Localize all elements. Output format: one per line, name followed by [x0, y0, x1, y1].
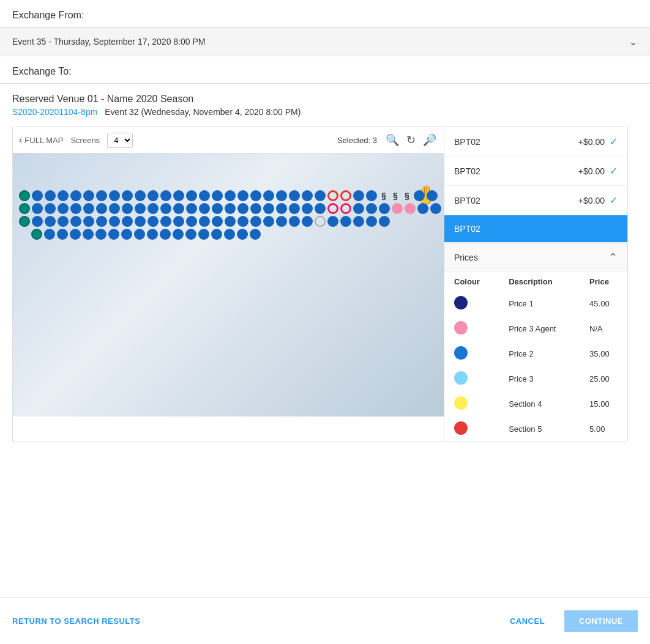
- seat[interactable]: [315, 203, 326, 214]
- seat[interactable]: [315, 190, 326, 201]
- zoom-out-icon[interactable]: 🔎: [422, 132, 438, 148]
- full-map-button[interactable]: FULL MAP: [19, 135, 63, 146]
- event-link[interactable]: S2020-20201104-8pm: [12, 107, 97, 117]
- seat[interactable]: [109, 203, 120, 214]
- seat[interactable]: [212, 190, 223, 201]
- seat[interactable]: [70, 190, 81, 201]
- ticket-row-4[interactable]: BPT02: [444, 215, 627, 243]
- seat-selected[interactable]: [327, 190, 338, 201]
- seat[interactable]: [198, 229, 209, 240]
- seat[interactable]: [185, 229, 196, 240]
- ticket-row-3[interactable]: BPT02 +$0.00 ✓: [444, 186, 627, 215]
- seat[interactable]: [83, 203, 94, 214]
- seat[interactable]: [173, 203, 184, 214]
- seat[interactable]: [83, 229, 94, 240]
- seat[interactable]: [289, 190, 300, 201]
- seat[interactable]: [19, 216, 30, 227]
- ticket-row-2[interactable]: BPT02 +$0.00 ✓: [444, 157, 627, 186]
- seat[interactable]: [135, 216, 146, 227]
- seat[interactable]: [122, 216, 133, 227]
- seat[interactable]: [83, 190, 94, 201]
- seat[interactable]: [58, 190, 69, 201]
- seat[interactable]: [32, 190, 43, 201]
- seat[interactable]: [237, 190, 248, 201]
- seat[interactable]: [58, 203, 69, 214]
- seat[interactable]: [366, 216, 377, 227]
- seat[interactable]: [135, 203, 146, 214]
- seat[interactable]: [122, 203, 133, 214]
- seat[interactable]: [276, 203, 287, 214]
- refresh-icon[interactable]: ↻: [405, 132, 417, 148]
- seat[interactable]: [276, 190, 287, 201]
- seat[interactable]: [186, 190, 197, 201]
- seat[interactable]: [414, 190, 425, 201]
- seat[interactable]: [121, 229, 132, 240]
- seat[interactable]: [199, 216, 210, 227]
- seat[interactable]: [276, 216, 287, 227]
- seat[interactable]: [70, 229, 81, 240]
- seat[interactable]: [45, 190, 56, 201]
- seat[interactable]: [212, 203, 223, 214]
- seat[interactable]: [83, 216, 94, 227]
- seat[interactable]: [353, 203, 364, 214]
- seat[interactable]: [302, 190, 313, 201]
- seat[interactable]: [160, 229, 171, 240]
- seat[interactable]: [427, 190, 438, 201]
- seat[interactable]: [263, 203, 274, 214]
- seat[interactable]: [225, 190, 236, 201]
- seat[interactable]: [199, 190, 210, 201]
- seat[interactable]: [302, 216, 313, 227]
- seat[interactable]: [70, 203, 81, 214]
- seat[interactable]: [250, 229, 261, 240]
- seat[interactable]: [302, 203, 313, 214]
- seat[interactable]: [353, 216, 364, 227]
- seat[interactable]: [392, 203, 403, 214]
- seat[interactable]: [225, 216, 236, 227]
- return-link[interactable]: RETURN TO SEARCH RESULTS: [12, 616, 140, 626]
- seat[interactable]: [173, 216, 184, 227]
- seat[interactable]: [134, 229, 145, 240]
- seat[interactable]: [95, 229, 106, 240]
- seat[interactable]: [147, 229, 158, 240]
- seat[interactable]: [32, 203, 43, 214]
- seat[interactable]: [45, 203, 56, 214]
- seat[interactable]: [31, 229, 42, 240]
- seat[interactable]: [430, 203, 441, 214]
- seat[interactable]: [32, 216, 43, 227]
- cancel-button[interactable]: CANCEL: [498, 610, 557, 632]
- ticket-row-1[interactable]: BPT02 +$0.00 ✓: [444, 127, 627, 157]
- seat-map-visual[interactable]: ✋: [13, 154, 444, 416]
- screens-select[interactable]: 4: [107, 133, 133, 148]
- seat[interactable]: [148, 203, 159, 214]
- seat[interactable]: [263, 190, 274, 201]
- seat[interactable]: [70, 216, 81, 227]
- seat[interactable]: [148, 190, 159, 201]
- seat[interactable]: [417, 203, 428, 214]
- seat[interactable]: [212, 216, 223, 227]
- seat[interactable]: [224, 229, 235, 240]
- seat[interactable]: [327, 216, 338, 227]
- seat[interactable]: [340, 216, 351, 227]
- seat[interactable]: [160, 216, 171, 227]
- seat[interactable]: [57, 229, 68, 240]
- seat[interactable]: [19, 190, 30, 201]
- seat[interactable]: [225, 203, 236, 214]
- seat[interactable]: [289, 203, 300, 214]
- seat[interactable]: [109, 216, 120, 227]
- seat[interactable]: [405, 203, 416, 214]
- seat[interactable]: [366, 190, 377, 201]
- seat-selected[interactable]: [340, 190, 351, 201]
- seat[interactable]: [379, 203, 390, 214]
- seat-selected[interactable]: [327, 203, 338, 214]
- seat[interactable]: [237, 203, 248, 214]
- seat[interactable]: [237, 216, 248, 227]
- seat[interactable]: [160, 190, 171, 201]
- seat[interactable]: [96, 216, 107, 227]
- seat[interactable]: [122, 190, 133, 201]
- seat-selected[interactable]: [340, 203, 351, 214]
- seat[interactable]: [160, 203, 171, 214]
- seat[interactable]: [186, 203, 197, 214]
- seat[interactable]: [19, 203, 30, 214]
- continue-button[interactable]: CONTINUE: [564, 610, 638, 632]
- seat[interactable]: [58, 216, 69, 227]
